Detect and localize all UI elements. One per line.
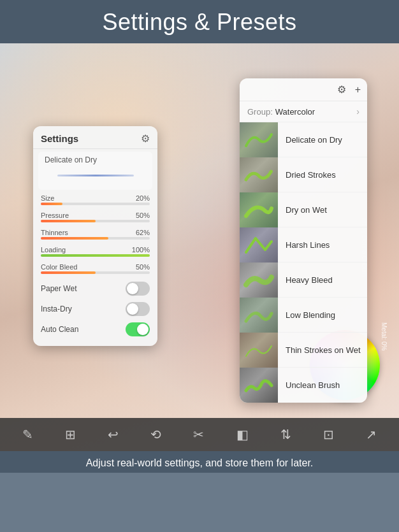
paperwet-toggle-row: Paper Wet xyxy=(33,278,157,299)
size-slider-row: Size 20% xyxy=(33,192,157,210)
colorbleed-track[interactable] xyxy=(41,271,150,274)
brush-item-3[interactable]: Harsh Lines xyxy=(240,227,367,262)
instadry-toggle[interactable] xyxy=(126,302,150,316)
brush-name-6: Thin Strokes on Wet xyxy=(278,345,361,355)
pressure-fill xyxy=(41,220,96,222)
brush-list-gear-icon[interactable]: ⚙ xyxy=(337,83,346,96)
loading-slider-row: Loading 100% xyxy=(33,244,157,261)
toolbar-undo-icon[interactable]: ↩ xyxy=(108,427,119,442)
bottom-bar: Adjust real-world settings, and store th… xyxy=(0,451,399,473)
colorbleed-label-row: Color Bleed 50% xyxy=(41,263,150,271)
autoclean-toggle-row: Auto Clean xyxy=(33,319,157,340)
brush-thumb-5 xyxy=(240,298,278,333)
instadry-label: Insta-Dry xyxy=(41,305,72,313)
brush-thumb-4 xyxy=(240,262,278,298)
settings-title: Settings xyxy=(41,133,78,144)
pressure-value: 50% xyxy=(136,212,150,219)
brush-item-6[interactable]: Thin Strokes on Wet xyxy=(240,333,367,368)
brush-stroke-svg-3 xyxy=(243,232,275,257)
brush-stroke-svg-1 xyxy=(243,162,275,187)
settings-header: Settings ⚙ xyxy=(33,126,157,149)
brush-item-7[interactable]: Unclean Brush xyxy=(240,368,367,403)
brush-list-header: ⚙ + xyxy=(240,78,367,101)
brush-preview-name: Delicate on Dry xyxy=(45,155,97,164)
toolbar-redo-icon[interactable]: ⟲ xyxy=(150,427,161,442)
brush-item-5[interactable]: Low Blending xyxy=(240,298,367,333)
group-value: Watercolor xyxy=(275,107,357,117)
brush-thumb-6 xyxy=(240,333,278,368)
toolbar-grid-icon[interactable]: ⊞ xyxy=(65,427,76,442)
instadry-toggle-row: Insta-Dry xyxy=(33,299,157,319)
brush-thumb-0 xyxy=(240,122,278,157)
colorbleed-value: 50% xyxy=(136,263,150,271)
loading-label-row: Loading 100% xyxy=(41,246,150,254)
brush-list-panel: ⚙ + Group: Watercolor › Delicate on Dry … xyxy=(240,78,367,403)
brush-item-0[interactable]: Delicate on Dry xyxy=(240,122,367,157)
brush-name-4: Heavy Bleed xyxy=(278,275,333,285)
toolbar-canvas-icon[interactable]: ⊡ xyxy=(323,427,334,442)
brush-name-0: Delicate on Dry xyxy=(278,135,342,145)
brush-stroke-svg-4 xyxy=(243,267,275,292)
footer-subtitle: Adjust real-world settings, and store th… xyxy=(6,457,393,469)
loading-track[interactable] xyxy=(41,254,150,257)
brush-stroke-svg-6 xyxy=(243,337,275,363)
pressure-slider-row: Pressure 50% xyxy=(33,210,157,227)
loading-label: Loading xyxy=(41,246,66,254)
pressure-label-row: Pressure 50% xyxy=(41,212,150,219)
thinners-label-row: Thinners 62% xyxy=(41,229,150,236)
brush-item-1[interactable]: Dried Strokes xyxy=(240,157,367,192)
group-row[interactable]: Group: Watercolor › xyxy=(240,101,367,122)
brush-name-3: Harsh Lines xyxy=(278,240,330,250)
brush-thumb-3 xyxy=(240,227,278,262)
page-title: Settings & Presets xyxy=(6,9,393,36)
loading-fill xyxy=(41,254,150,257)
instadry-thumb xyxy=(127,303,138,315)
brush-stroke-preview xyxy=(57,175,134,176)
colorbleed-label: Color Bleed xyxy=(41,263,77,271)
thinners-track[interactable] xyxy=(41,237,150,240)
group-chevron-icon: › xyxy=(356,106,359,117)
size-label: Size xyxy=(41,194,54,202)
brush-thumb-1 xyxy=(240,157,278,192)
size-track[interactable] xyxy=(41,203,150,205)
settings-panel: Settings ⚙ Delicate on Dry Size 20% Pres… xyxy=(33,126,157,346)
autoclean-toggle[interactable] xyxy=(126,322,150,336)
toolbar-export-icon[interactable]: ↗ xyxy=(366,427,377,442)
brush-stroke-svg-2 xyxy=(243,197,275,222)
toolbar-brush-icon[interactable]: ✎ xyxy=(22,427,33,442)
colorbleed-slider-row: Color Bleed 50% xyxy=(33,261,157,278)
size-fill xyxy=(41,203,62,205)
size-label-row: Size 20% xyxy=(41,194,150,202)
thinners-slider-row: Thinners 62% xyxy=(33,227,157,244)
colorbleed-fill xyxy=(41,271,96,274)
settings-gear-icon[interactable]: ⚙ xyxy=(141,133,150,145)
toolbar-flip-icon[interactable]: ⇅ xyxy=(280,427,291,442)
brush-thumb-2 xyxy=(240,192,278,227)
brush-stroke-svg-5 xyxy=(243,302,275,327)
loading-value: 100% xyxy=(132,246,150,254)
brush-preview: Delicate on Dry xyxy=(38,152,152,190)
autoclean-label: Auto Clean xyxy=(41,325,78,334)
toolbar-layers-icon[interactable]: ◧ xyxy=(236,427,249,442)
thinners-value: 62% xyxy=(136,229,150,236)
toolbar-cut-icon[interactable]: ✂ xyxy=(193,427,204,442)
canvas-toolbar: ✎ ⊞ ↩ ⟲ ✂ ◧ ⇅ ⊡ ↗ xyxy=(0,418,399,451)
brush-item-4[interactable]: Heavy Bleed xyxy=(240,262,367,298)
brush-name-2: Dry on Wet xyxy=(278,205,327,215)
thinners-label: Thinners xyxy=(41,229,68,236)
metal-label: Metal: 0% xyxy=(381,322,388,350)
thinners-fill xyxy=(41,237,108,240)
pressure-track[interactable] xyxy=(41,220,150,222)
paperwet-toggle[interactable] xyxy=(126,282,150,296)
brush-thumb-7 xyxy=(240,368,278,403)
paperwet-thumb xyxy=(127,283,138,294)
top-bar: Settings & Presets xyxy=(0,0,399,43)
brush-name-7: Unclean Brush xyxy=(278,380,340,390)
canvas-area: art by Donna Coburn Settings ⚙ Delicate … xyxy=(0,43,399,451)
brush-item-2[interactable]: Dry on Wet xyxy=(240,192,367,227)
group-label: Group: xyxy=(247,107,273,117)
pressure-label: Pressure xyxy=(41,212,69,219)
paperwet-label: Paper Wet xyxy=(41,284,76,293)
brush-list-add-icon[interactable]: + xyxy=(355,84,361,96)
size-value: 20% xyxy=(136,194,150,202)
